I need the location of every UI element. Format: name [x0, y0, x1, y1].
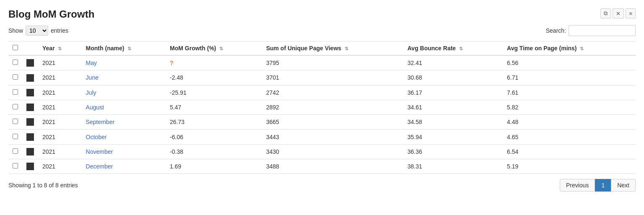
- next-button[interactable]: Next: [611, 179, 636, 192]
- row-month[interactable]: September: [82, 115, 166, 130]
- table-row: 2021May?379532.416.56: [8, 55, 636, 70]
- month-link[interactable]: August: [86, 104, 104, 111]
- row-avg-bounce-rate: 34.58: [403, 115, 503, 130]
- row-month[interactable]: November: [82, 144, 166, 159]
- unique-views-header[interactable]: Sum of Unique Page Views ⇅: [262, 41, 403, 56]
- show-label: Show: [8, 27, 23, 34]
- row-month[interactable]: October: [82, 130, 166, 144]
- row-year: 2021: [38, 100, 82, 114]
- year-header-label: Year: [42, 45, 55, 52]
- year-header[interactable]: Year ⇅: [38, 41, 82, 56]
- row-checkbox[interactable]: [13, 134, 18, 139]
- toolbar-icons: ⧉ ✕ ≡: [600, 8, 636, 18]
- row-checkbox[interactable]: [13, 89, 18, 95]
- select-all-checkbox[interactable]: [13, 45, 18, 50]
- unique-views-header-label: Sum of Unique Page Views: [266, 45, 341, 52]
- search-label: Search:: [546, 27, 566, 34]
- row-color-swatch: [26, 74, 34, 82]
- month-link[interactable]: September: [86, 119, 114, 125]
- row-color-swatch: [26, 163, 34, 170]
- row-avg-bounce-rate: 36.17: [403, 85, 503, 100]
- month-header-label: Month (name): [86, 45, 125, 52]
- page-title: Blog MoM Growth: [8, 8, 94, 20]
- previous-button[interactable]: Previous: [560, 179, 595, 192]
- month-sort-icon: ⇅: [127, 46, 131, 52]
- mom-growth-header-label: MoM Growth (%): [170, 45, 216, 52]
- row-year: 2021: [38, 55, 82, 70]
- row-checkbox[interactable]: [13, 148, 18, 154]
- table-row: 2021December1.69348838.315.19: [8, 159, 636, 174]
- row-checkbox[interactable]: [13, 74, 18, 80]
- row-avg-time-on-page: 4.65: [503, 130, 636, 144]
- row-color-swatch: [26, 148, 34, 155]
- year-sort-icon: ⇅: [58, 46, 62, 52]
- row-mom-growth: ?: [166, 55, 262, 70]
- table-row: 2021November-0.38343036.366.54: [8, 144, 636, 159]
- table-row: 2021July-25.91274236.177.61: [8, 85, 636, 100]
- row-checkbox[interactable]: [13, 104, 18, 109]
- menu-icon-button[interactable]: ≡: [626, 8, 636, 18]
- row-month[interactable]: July: [82, 85, 166, 100]
- row-avg-bounce-rate: 36.36: [403, 144, 503, 159]
- copy-icon-button[interactable]: ⧉: [600, 8, 611, 18]
- bounce-rate-header[interactable]: Avg Bounce Rate ⇅: [403, 41, 503, 56]
- row-checkbox[interactable]: [13, 60, 18, 65]
- row-avg-time-on-page: 5.82: [503, 100, 636, 114]
- month-header[interactable]: Month (name) ⇅: [82, 41, 166, 56]
- row-unique-page-views: 2892: [262, 100, 403, 114]
- search-input[interactable]: [569, 25, 636, 36]
- row-avg-time-on-page: 6.71: [503, 70, 636, 85]
- row-month[interactable]: May: [82, 55, 166, 70]
- row-checkbox[interactable]: [13, 119, 18, 124]
- month-link[interactable]: May: [86, 60, 97, 66]
- row-year: 2021: [38, 85, 82, 100]
- row-year: 2021: [38, 70, 82, 85]
- select-all-header[interactable]: [8, 41, 22, 56]
- row-color-swatch: [26, 133, 34, 141]
- table-row: 2021June-2.48370130.686.71: [8, 70, 636, 85]
- row-color-swatch: [26, 118, 34, 126]
- month-link[interactable]: November: [86, 148, 113, 155]
- row-month[interactable]: June: [82, 70, 166, 85]
- month-link[interactable]: December: [86, 163, 113, 170]
- time-on-page-header-label: Avg Time on Page (mins): [507, 45, 576, 52]
- showing-text: Showing 1 to 8 of 8 entries: [8, 182, 78, 189]
- row-mom-growth: -2.48: [166, 70, 262, 85]
- month-link[interactable]: July: [86, 89, 96, 96]
- row-unique-page-views: 2742: [262, 85, 403, 100]
- row-checkbox[interactable]: [13, 163, 18, 168]
- row-avg-bounce-rate: 32.41: [403, 55, 503, 70]
- row-year: 2021: [38, 144, 82, 159]
- row-month[interactable]: August: [82, 100, 166, 114]
- footer: Showing 1 to 8 of 8 entries Previous 1 N…: [8, 179, 636, 192]
- mom-growth-header[interactable]: MoM Growth (%) ⇅: [166, 41, 262, 56]
- row-mom-growth: -6.06: [166, 130, 262, 144]
- row-avg-time-on-page: 6.54: [503, 144, 636, 159]
- row-avg-bounce-rate: 34.61: [403, 100, 503, 114]
- row-avg-time-on-page: 7.61: [503, 85, 636, 100]
- show-entries-control: Show 10 25 50 100 entries: [8, 26, 68, 36]
- row-avg-time-on-page: 4.48: [503, 115, 636, 130]
- time-on-page-sort-icon: ⇅: [580, 46, 584, 52]
- mom-growth-sort-icon: ⇅: [219, 46, 223, 52]
- row-mom-growth: -25.91: [166, 85, 262, 100]
- table-row: 2021October-6.06344335.944.65: [8, 130, 636, 144]
- row-mom-growth: -0.38: [166, 144, 262, 159]
- mom-growth-value: ?: [170, 60, 174, 66]
- row-avg-bounce-rate: 35.94: [403, 130, 503, 144]
- row-avg-time-on-page: 5.19: [503, 159, 636, 174]
- row-unique-page-views: 3795: [262, 55, 403, 70]
- month-link[interactable]: October: [86, 134, 107, 140]
- time-on-page-header[interactable]: Avg Time on Page (mins) ⇅: [503, 41, 636, 56]
- data-table: Year ⇅ Month (name) ⇅ MoM Growth (%) ⇅ S…: [8, 41, 636, 174]
- entries-select[interactable]: 10 25 50 100: [26, 26, 48, 36]
- bounce-rate-sort-icon: ⇅: [459, 46, 463, 52]
- pagination: Previous 1 Next: [560, 179, 636, 192]
- row-month[interactable]: December: [82, 159, 166, 174]
- page-1-button[interactable]: 1: [595, 179, 611, 192]
- color-header: [22, 41, 38, 56]
- month-link[interactable]: June: [86, 74, 99, 81]
- row-unique-page-views: 3488: [262, 159, 403, 174]
- close-icon-button[interactable]: ✕: [613, 8, 624, 18]
- row-color-swatch: [26, 104, 34, 111]
